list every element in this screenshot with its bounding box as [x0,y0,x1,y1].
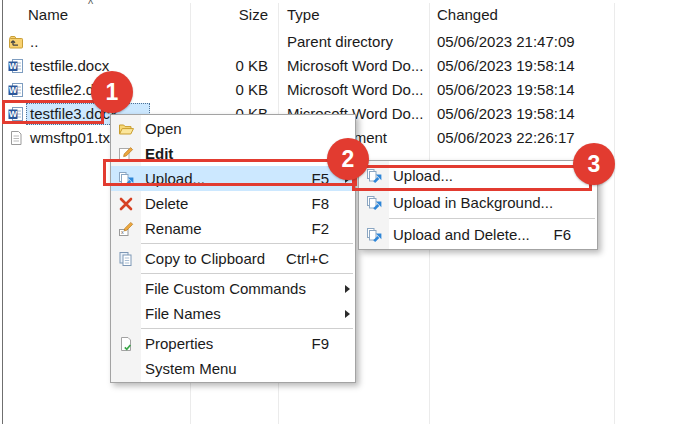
context-menu-item-file-custom-commands[interactable]: File Custom Commands [111,276,355,301]
upload-icon [359,227,389,243]
annotation-step-3: 3 [573,143,615,185]
menu-item-label: Copy to Clipboard [141,250,286,267]
context-menu-item-properties[interactable]: PropertiesF9 [111,331,355,356]
menu-shortcut: F9 [311,335,329,352]
menu-item-label: File Custom Commands [141,280,329,297]
file-type: Parent directory [287,30,393,54]
file-changed: 05/06/2023 22:26:17 [437,126,575,150]
context-menu-separator [135,328,353,329]
file-name: .. [30,30,38,54]
delete-x-icon [111,196,141,212]
copy-icon [111,251,141,267]
file-type: Microsoft Word Do... [287,54,423,78]
file-changed: 05/06/2023 19:58:14 [437,78,575,102]
column-header-row: Name ^ Size Type Changed [0,0,684,28]
menu-item-label: Upload in Background... [389,194,571,211]
context-menu-item-rename[interactable]: xRenameF2 [111,216,355,241]
open-folder-icon [111,121,141,137]
annotation-step-2: 2 [327,138,369,180]
folder-up-icon [8,34,24,50]
column-header-size[interactable]: Size [190,6,278,23]
properties-icon [111,336,141,352]
context-menu-item-delete[interactable]: DeleteF8 [111,191,355,216]
menu-shortcut: F6 [553,226,571,243]
file-changed: 05/06/2023 19:58:14 [437,102,575,126]
submenu-arrow-icon [339,285,355,293]
menu-item-label: Upload and Delete... [389,226,553,243]
context-menu-item-copy-to-clipboard[interactable]: Copy to ClipboardCtrl+C [111,246,355,271]
column-header-name[interactable]: Name [28,6,68,23]
menu-item-label: Properties [141,335,311,352]
file-size: 0 KB [190,54,268,78]
upload-icon [359,195,389,211]
context-menu-item-system-menu[interactable]: System Menu [111,356,355,381]
rename-icon: x [111,221,141,237]
file-changed: 05/06/2023 21:47:09 [437,30,575,54]
context-menu: OpenEditUpload...F5DeleteF8xRenameF2Copy… [110,114,356,383]
sort-ascending-icon: ^ [88,0,93,10]
context-menu-separator [135,243,353,244]
menu-shortcut: F8 [311,195,329,212]
menu-item-label: Delete [141,195,311,212]
menu-item-label: File Names [141,305,329,322]
menu-shortcut: Ctrl+C [286,250,329,267]
svg-text:W: W [9,61,18,71]
column-header-type[interactable]: Type [287,6,320,23]
upload-submenu-item-upload-in-background[interactable]: Upload in Background... [359,189,597,216]
context-menu-separator [135,273,353,274]
file-type: Microsoft Word Do... [287,78,423,102]
chevron-right-icon [345,310,350,318]
file-name: wmsftp01.txt [30,126,114,150]
annotation-box-step1 [2,100,104,124]
file-changed: 05/06/2023 19:58:14 [437,54,575,78]
annotation-step-1: 1 [91,71,133,113]
text-doc-icon [8,130,24,146]
upload-submenu-item-upload-and-delete[interactable]: Upload and Delete...F6 [359,221,597,248]
word-icon: W [8,58,24,74]
chevron-right-icon [345,285,350,293]
annotation-box-step3 [352,165,592,191]
winscp-file-panel: Name ^ Size Type Changed ..Parent direct… [0,0,684,424]
context-menu-item-open[interactable]: Open [111,116,355,141]
annotation-box-step2 [103,159,357,186]
file-row-[interactable]: ..Parent directory05/06/2023 21:47:09 [0,30,684,54]
word-icon: W [8,82,24,98]
column-header-changed[interactable]: Changed [437,6,498,23]
submenu-arrow-icon [339,310,355,318]
context-menu-item-file-names[interactable]: File Names [111,301,355,326]
file-name: testfile.docx [30,54,109,78]
svg-text:W: W [9,85,18,95]
svg-text:x: x [121,229,124,235]
menu-item-label: System Menu [141,360,329,377]
menu-item-label: Rename [141,220,311,237]
upload-submenu-separator [383,218,595,219]
menu-item-label: Open [141,120,329,137]
menu-shortcut: F2 [311,220,329,237]
file-size: 0 KB [190,78,268,102]
